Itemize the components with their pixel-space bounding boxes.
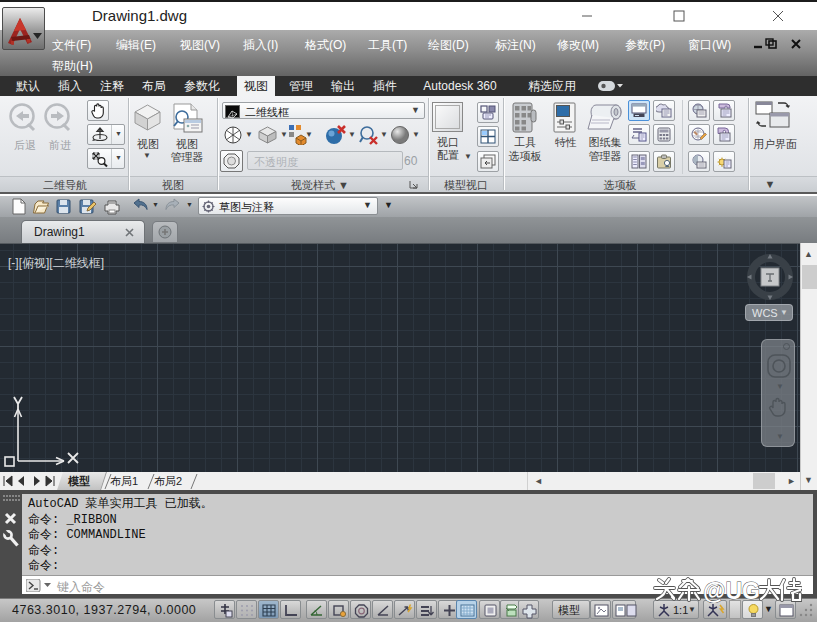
svg-text:@UG: @UG [703, 578, 760, 603]
